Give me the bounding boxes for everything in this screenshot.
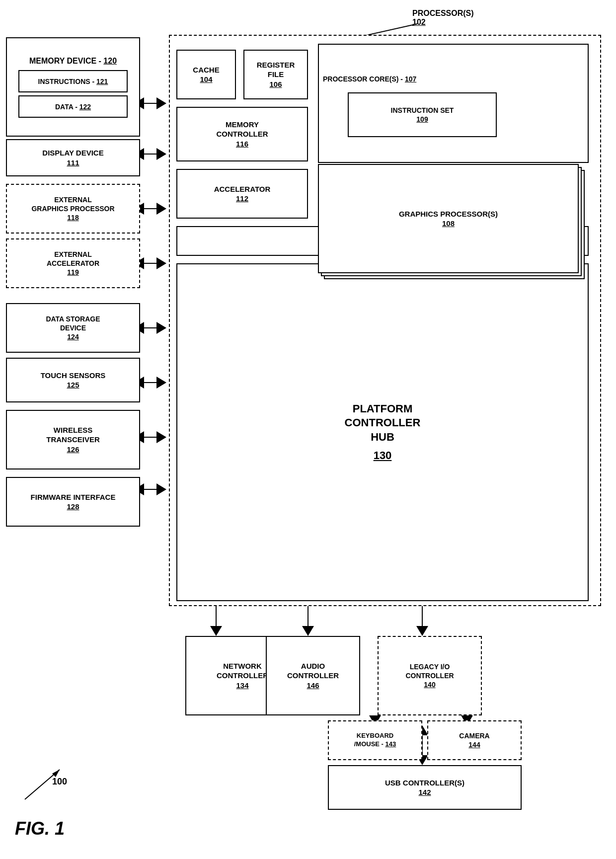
memory-controller-box: MEMORYCONTROLLER 116: [176, 107, 308, 161]
wireless-transceiver-box: WIRELESSTRANSCEIVER126: [6, 410, 140, 469]
figure-label: FIG. 1: [15, 818, 65, 839]
accelerator-num: 112: [236, 194, 248, 204]
svg-marker-14: [156, 203, 166, 215]
camera-label: CAMERA: [459, 731, 489, 740]
audio-controller-num: 146: [307, 681, 319, 691]
memory-device-label: MEMORY DEVICE - 120: [29, 56, 117, 67]
display-device-box: DISPLAY DEVICE111: [6, 139, 140, 176]
cache-num: 104: [200, 75, 212, 84]
processor-label: PROCESSOR(S) 102: [412, 9, 474, 27]
firmware-interface-box: FIRMWARE INTERFACE128: [6, 477, 140, 527]
external-graphics-box: EXTERNALGRAPHICS PROCESSOR118: [6, 184, 140, 234]
firmware-interface-label: FIRMWARE INTERFACE128: [31, 492, 116, 512]
camera-num: 144: [468, 740, 480, 749]
register-file-box: REGISTERFILE 106: [243, 50, 308, 99]
touch-sensors-label: TOUCH SENSORS125: [41, 371, 106, 390]
platform-controller-box: PLATFORMCONTROLLERHUB 130: [176, 263, 589, 601]
network-controller-num: 134: [236, 681, 248, 691]
camera-box: CAMERA 144: [427, 720, 522, 760]
keyboard-mouse-box: KEYBOARD/MOUSE - 143: [328, 720, 422, 760]
graphics-processor-label: GRAPHICS PROCESSOR(S): [399, 209, 498, 219]
memory-device-box: MEMORY DEVICE - 120 INSTRUCTIONS - 121 D…: [6, 37, 140, 137]
graphics-processor-num: 108: [442, 219, 455, 229]
instructions-box: INSTRUCTIONS - 121: [18, 70, 128, 92]
usb-controller-num: 142: [418, 787, 431, 797]
usb-controller-label: USB CONTROLLER(S): [385, 778, 464, 788]
accelerator-label: ACCELERATOR: [214, 184, 271, 194]
svg-marker-35: [302, 626, 314, 636]
display-device-label: DISPLAY DEVICE111: [42, 148, 103, 167]
usb-controller-box: USB CONTROLLER(S) 142: [328, 765, 522, 810]
svg-marker-11: [156, 148, 166, 160]
wireless-transceiver-label: WIRELESSTRANSCEIVER126: [46, 425, 100, 455]
legacy-io-num: 140: [424, 680, 435, 689]
memory-controller-num: 116: [236, 139, 248, 149]
external-accelerator-label: EXTERNALACCELERATOR119: [47, 250, 99, 277]
external-graphics-label: EXTERNALGRAPHICS PROCESSOR118: [31, 195, 114, 223]
data-label: DATA - 122: [55, 102, 91, 111]
instructions-label: INSTRUCTIONS - 121: [38, 77, 108, 86]
svg-marker-26: [156, 431, 166, 443]
external-accelerator-box: EXTERNALACCELERATOR119: [6, 238, 140, 288]
platform-controller-num: 130: [374, 449, 392, 463]
graphics-processor-box: GRAPHICS PROCESSOR(S) 108: [318, 164, 579, 273]
audio-controller-box: AUDIOCONTROLLER 146: [266, 636, 360, 715]
legacy-io-box: LEGACY I/OCONTROLLER 140: [378, 636, 482, 715]
legacy-io-label: LEGACY I/OCONTROLLER: [405, 662, 454, 680]
data-storage-label: DATA STORAGEDEVICE124: [46, 314, 100, 342]
keyboard-mouse-label: KEYBOARD/MOUSE - 143: [354, 732, 396, 749]
instruction-set-label: INSTRUCTION SET: [391, 106, 454, 115]
svg-marker-23: [156, 377, 166, 389]
network-controller-label: NETWORKCONTROLLER: [217, 661, 268, 681]
instruction-set-box: INSTRUCTION SET 109: [348, 92, 497, 137]
svg-marker-48: [52, 770, 60, 777]
touch-sensors-box: TOUCH SENSORS125: [6, 358, 140, 402]
svg-marker-38: [416, 626, 428, 636]
memory-controller-label: MEMORYCONTROLLER: [216, 120, 268, 139]
register-file-label: REGISTERFILE: [257, 60, 295, 79]
svg-marker-29: [156, 483, 166, 495]
cache-box: CACHE 104: [176, 50, 236, 99]
svg-marker-20: [156, 322, 166, 334]
instruction-set-num: 109: [416, 115, 428, 124]
processor-core-label: PROCESSOR CORE(S) - 107: [323, 75, 416, 83]
cache-label: CACHE: [193, 65, 219, 75]
diagram: PROCESSOR(S) 102 MEMORY DEVICE - 120 INS…: [0, 0, 616, 859]
platform-controller-label: PLATFORMCONTROLLERHUB: [345, 402, 421, 445]
svg-marker-32: [210, 626, 222, 636]
accelerator-box: ACCELERATOR 112: [176, 169, 308, 219]
audio-controller-label: AUDIOCONTROLLER: [287, 661, 339, 681]
svg-marker-17: [156, 257, 166, 269]
register-file-num: 106: [269, 79, 282, 89]
data-storage-box: DATA STORAGEDEVICE124: [6, 303, 140, 353]
data-box: DATA - 122: [18, 95, 128, 118]
svg-marker-8: [156, 97, 166, 109]
processor-core-box: PROCESSOR CORE(S) - 107 INSTRUCTION SET …: [318, 44, 589, 163]
